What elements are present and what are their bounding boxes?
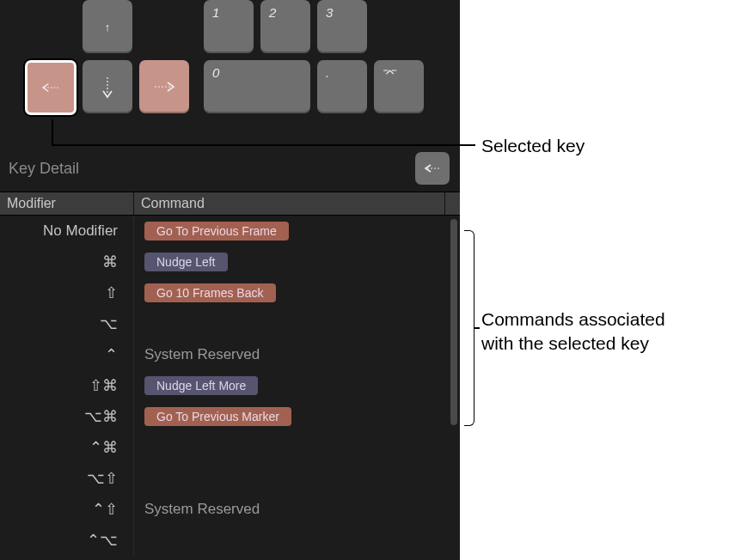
key-up[interactable]: ↑ xyxy=(83,0,132,53)
left-arrow-icon xyxy=(422,161,443,175)
column-spacer xyxy=(444,192,460,215)
command-pill[interactable]: Go To Previous Marker xyxy=(144,407,291,426)
key-1[interactable]: 1 xyxy=(204,0,254,53)
key-3[interactable]: 3 xyxy=(317,0,367,53)
modifier-cell: ⌃ xyxy=(0,339,134,370)
key-detail-panel: ↑ 1 2 3 xyxy=(0,0,460,560)
right-arrow-icon xyxy=(139,60,189,113)
table-header: Modifier Command xyxy=(0,192,460,216)
callout-bracket xyxy=(464,230,474,426)
command-cell: Nudge Left xyxy=(134,247,460,277)
table-row[interactable]: ⌃⌥ xyxy=(0,525,460,556)
modifier-cell: ⌥ xyxy=(0,308,134,339)
modifier-cell: ⌥⇧ xyxy=(0,463,134,494)
callout-line xyxy=(52,119,53,145)
modifier-cell: ⌥⌘ xyxy=(0,401,134,432)
table-row[interactable]: ⌃⇧ System Reserved xyxy=(0,494,460,525)
command-rows: No Modifier Go To Previous Frame ⌘ Nudge… xyxy=(0,216,460,557)
key-2[interactable]: 2 xyxy=(260,0,310,53)
scrollbar[interactable] xyxy=(450,219,457,425)
table-row[interactable]: ⌃⌘ xyxy=(0,432,460,463)
key-dot[interactable]: . xyxy=(317,60,367,113)
callout-line xyxy=(474,327,480,329)
table-row[interactable]: ⌃ System Reserved xyxy=(0,339,460,370)
modifier-cell: ⌃⌥ xyxy=(0,525,134,556)
modifier-cell: ⌃⌘ xyxy=(0,432,134,463)
key-detail-header: Key Detail xyxy=(0,142,460,192)
selected-key-indicator[interactable] xyxy=(415,152,450,185)
key-left-selected[interactable] xyxy=(25,60,77,115)
keyboard-layout: ↑ 1 2 3 xyxy=(0,0,460,142)
command-pill[interactable]: Nudge Left xyxy=(144,253,228,271)
command-pill[interactable]: Nudge Left More xyxy=(144,376,258,395)
down-arrow-icon xyxy=(83,60,132,113)
table-row[interactable]: ⌘ Nudge Left xyxy=(0,247,460,277)
system-reserved-label: System Reserved xyxy=(144,501,260,518)
column-modifier[interactable]: Modifier xyxy=(0,192,134,215)
command-cell xyxy=(134,525,460,556)
command-cell xyxy=(134,432,460,463)
table-row[interactable]: ⌥⌘ Go To Previous Marker xyxy=(0,401,460,432)
modifier-cell: ⌘ xyxy=(0,247,134,277)
key-down[interactable] xyxy=(83,60,132,113)
command-cell: System Reserved xyxy=(134,339,460,370)
command-cell: Nudge Left More xyxy=(134,370,460,401)
column-command[interactable]: Command xyxy=(134,192,444,215)
system-reserved-label: System Reserved xyxy=(144,346,260,363)
left-arrow-icon xyxy=(28,63,74,113)
annotation-commands: Commands associated with the selected ke… xyxy=(481,307,665,356)
up-arrow-icon: ↑ xyxy=(105,21,111,33)
command-cell xyxy=(134,308,460,339)
modifier-cell: ⇧⌘ xyxy=(0,370,134,401)
modifier-cell: ⇧ xyxy=(0,277,134,308)
key-right[interactable] xyxy=(139,60,189,113)
command-pill[interactable]: Go 10 Frames Back xyxy=(144,283,276,302)
command-cell: Go To Previous Frame xyxy=(134,216,460,247)
key-0[interactable]: 0 xyxy=(204,60,310,113)
table-row[interactable]: ⇧⌘ Nudge Left More xyxy=(0,370,460,401)
command-cell xyxy=(134,463,460,494)
table-row[interactable]: ⌥ xyxy=(0,308,460,339)
table-row[interactable]: ⌥⇧ xyxy=(0,463,460,494)
command-cell: Go 10 Frames Back xyxy=(134,277,460,308)
key-enter[interactable]: ⌤ xyxy=(374,60,424,113)
callout-line xyxy=(52,144,475,146)
command-pill[interactable]: Go To Previous Frame xyxy=(144,222,289,240)
table-row[interactable]: ⇧ Go 10 Frames Back xyxy=(0,277,460,308)
command-cell: System Reserved xyxy=(134,494,460,525)
table-row[interactable]: No Modifier Go To Previous Frame xyxy=(0,216,460,247)
annotation-selected-key: Selected key xyxy=(481,134,585,158)
modifier-cell: ⌃⇧ xyxy=(0,494,134,525)
command-cell: Go To Previous Marker xyxy=(134,401,460,432)
modifier-cell: No Modifier xyxy=(0,216,134,247)
key-detail-title: Key Detail xyxy=(9,160,79,178)
